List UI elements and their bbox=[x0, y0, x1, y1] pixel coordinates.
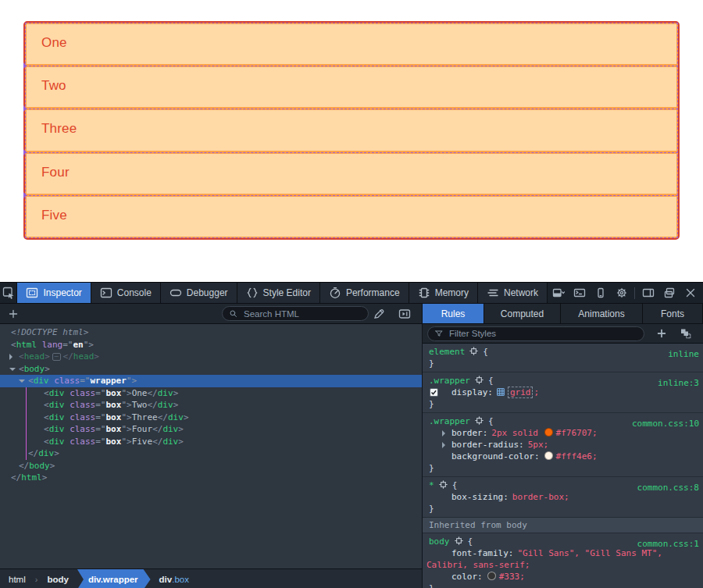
color-swatch[interactable] bbox=[544, 451, 553, 460]
rule-selector[interactable]: element bbox=[429, 347, 465, 357]
tab-label: Debugger bbox=[187, 287, 228, 298]
element-picker-button[interactable] bbox=[0, 283, 17, 303]
tab-network[interactable]: Network bbox=[478, 283, 548, 303]
markup-token: < bbox=[11, 340, 16, 350]
markup-line[interactable]: <html lang="en"> bbox=[0, 339, 422, 351]
markup-line[interactable]: </body> bbox=[0, 460, 422, 472]
color-swatch[interactable] bbox=[544, 428, 553, 437]
sidebar-tab-computed[interactable]: Computed bbox=[484, 304, 561, 323]
markup-line[interactable]: <div class="box">Four</div> bbox=[0, 423, 422, 436]
sidebar-tab-rules[interactable]: Rules bbox=[423, 304, 484, 323]
selector-highlighter-icon[interactable] bbox=[474, 375, 484, 385]
child-indent-guideline bbox=[26, 387, 27, 400]
responsive-mode-button[interactable] bbox=[590, 283, 611, 302]
rule-selector[interactable]: .wrapper bbox=[429, 376, 470, 386]
markup-token: </ bbox=[158, 412, 168, 422]
css-declaration[interactable]: font-family:"Gill Sans", "Gill Sans MT", bbox=[423, 547, 703, 559]
markup-token: box bbox=[106, 437, 122, 447]
pseudo-class-panel-button[interactable] bbox=[680, 327, 692, 340]
collapse-twisty-icon[interactable] bbox=[19, 380, 25, 383]
markup-line[interactable]: <div class="box">One</div> bbox=[0, 387, 422, 400]
markup-line[interactable]: <head>⋯</head> bbox=[0, 351, 422, 363]
collapse-twisty-icon[interactable] bbox=[9, 368, 16, 371]
search-html-input[interactable] bbox=[242, 308, 362, 319]
tab-style-editor[interactable]: Style Editor bbox=[237, 283, 320, 303]
close-button[interactable] bbox=[680, 283, 701, 302]
console-icon bbox=[100, 287, 112, 299]
markup-line[interactable]: </div> bbox=[0, 447, 422, 460]
markup-token: div bbox=[38, 448, 54, 458]
breadcrumb-item-selected[interactable]: div.wrapper bbox=[77, 569, 151, 588]
tab-debugger[interactable]: Debugger bbox=[161, 283, 237, 303]
play-bar-button[interactable] bbox=[398, 308, 411, 320]
markup-line[interactable]: <!DOCTYPE html> bbox=[0, 326, 422, 339]
expand-shorthand-icon[interactable] bbox=[442, 430, 445, 437]
filter-styles-input[interactable] bbox=[448, 328, 637, 339]
markup-line[interactable]: <div class="box">Three</div> bbox=[0, 412, 422, 424]
expand-twisty-icon[interactable] bbox=[9, 354, 12, 360]
markup-token: wrapper bbox=[91, 376, 127, 386]
split-console-button[interactable] bbox=[569, 283, 590, 302]
markup-line[interactable]: <body> bbox=[0, 363, 422, 376]
collapsed-content-icon[interactable]: ⋯ bbox=[52, 353, 61, 361]
markup-token: =" bbox=[95, 400, 105, 410]
markup-token: </ bbox=[152, 437, 162, 447]
sidebar-tab-animations[interactable]: Animations bbox=[561, 304, 643, 323]
markup-token: > bbox=[42, 472, 48, 483]
breadcrumb-item[interactable]: body bbox=[38, 569, 77, 588]
add-node-button[interactable] bbox=[0, 308, 27, 320]
selector-highlighter-icon[interactable] bbox=[438, 479, 448, 490]
search-html-box[interactable] bbox=[222, 306, 369, 321]
rule-selector[interactable]: * bbox=[429, 480, 434, 490]
markup-token: < bbox=[44, 424, 49, 434]
css-declaration[interactable]: box-sizing:border-box; bbox=[423, 491, 703, 503]
markup-token: </ bbox=[148, 400, 158, 410]
property-name: display: bbox=[451, 387, 493, 397]
responsive-mode-icon bbox=[594, 287, 607, 299]
grid-icon[interactable] bbox=[497, 388, 505, 396]
css-declaration[interactable]: border-radius:5px; bbox=[423, 439, 703, 451]
expand-shorthand-icon[interactable] bbox=[442, 442, 445, 448]
grid-wrapper: OneTwoThreeFourFive bbox=[23, 21, 680, 240]
eyedropper-button[interactable] bbox=[373, 308, 385, 320]
breadcrumb-item[interactable]: div.box bbox=[151, 569, 198, 588]
markup-token: </ bbox=[28, 448, 38, 458]
markup-token: </ bbox=[11, 472, 21, 483]
css-declaration[interactable]: display:grid; bbox=[423, 387, 703, 398]
add-rule-button[interactable] bbox=[655, 327, 668, 340]
debugger-icon bbox=[170, 287, 182, 299]
markup-token: "> bbox=[121, 388, 131, 398]
markup-line[interactable]: <div class="box">Two</div> bbox=[0, 399, 422, 412]
markup-token: div bbox=[49, 412, 65, 422]
tab-console[interactable]: Console bbox=[91, 283, 161, 303]
css-declaration[interactable]: background-color:#fff4e6; bbox=[423, 451, 703, 462]
css-declaration[interactable]: border:2px solid #f76707; bbox=[423, 427, 703, 439]
sidebar-tab-fonts[interactable]: Fonts bbox=[643, 304, 703, 323]
declaration-checkbox[interactable] bbox=[430, 388, 438, 397]
selector-highlighter-icon[interactable] bbox=[474, 415, 484, 426]
selector-highlighter-icon[interactable] bbox=[454, 536, 464, 546]
tab-inspector[interactable]: Inspector bbox=[17, 283, 91, 303]
markup-token: > bbox=[184, 412, 189, 422]
rule-selector[interactable]: .wrapper bbox=[429, 416, 470, 426]
tab-memory[interactable]: Memory bbox=[409, 283, 478, 303]
settings-gear-button[interactable] bbox=[611, 283, 632, 302]
markup-line[interactable]: <div class="box">Five</div> bbox=[0, 436, 422, 448]
filter-styles-box[interactable] bbox=[427, 326, 644, 341]
markup-line[interactable]: <div class="wrapper"> bbox=[0, 375, 422, 387]
breadcrumb-item[interactable]: html bbox=[0, 569, 34, 588]
tab-performance[interactable]: Performance bbox=[320, 283, 409, 303]
selector-highlighter-icon[interactable] bbox=[469, 346, 479, 356]
markup-token: < bbox=[44, 400, 49, 410]
close-icon bbox=[684, 287, 697, 299]
property-value: 5px; bbox=[528, 440, 549, 450]
markup-line[interactable]: </html> bbox=[0, 472, 422, 484]
rule-selector[interactable]: body bbox=[429, 536, 450, 547]
separate-window-button[interactable] bbox=[658, 283, 680, 302]
markup-token: Three bbox=[132, 412, 158, 422]
markup-token: class bbox=[70, 388, 95, 398]
dock-options-button[interactable] bbox=[548, 283, 569, 302]
sidebar-toggle-button[interactable] bbox=[637, 283, 658, 302]
css-declaration[interactable]: color:#333; bbox=[423, 571, 703, 583]
color-swatch[interactable] bbox=[487, 572, 496, 580]
